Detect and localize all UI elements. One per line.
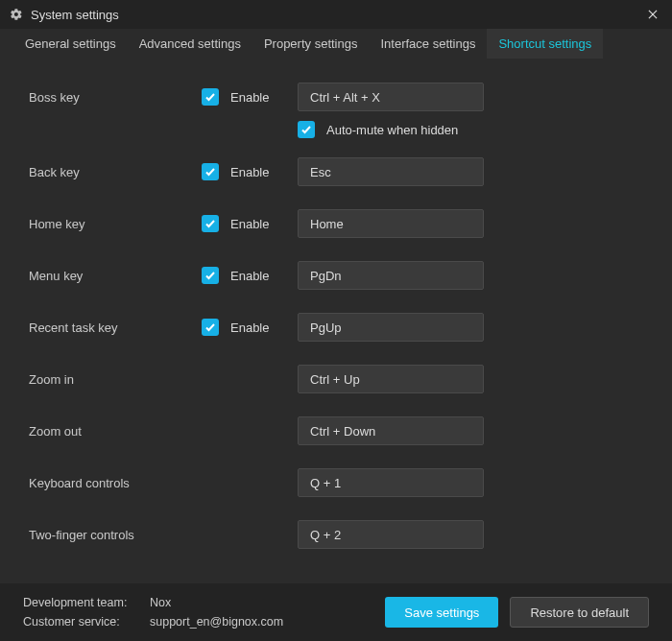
label-boss-key: Boss key (29, 90, 202, 105)
row-recent-task-key: Recent task key Enable (29, 313, 643, 342)
gear-icon (10, 8, 23, 21)
label-keyboard-controls: Keyboard controls (29, 476, 298, 490)
dev-team-value: Nox (150, 593, 171, 612)
tab-shortcut[interactable]: Shortcut settings (487, 29, 603, 59)
tab-property[interactable]: Property settings (252, 29, 370, 59)
checkbox-boss-key-enable[interactable] (202, 88, 219, 106)
row-auto-mute: Auto-mute when hidden (298, 121, 643, 138)
label-back-key: Back key (29, 165, 202, 179)
input-keyboard-controls[interactable] (298, 468, 484, 497)
enable-label: Enable (230, 320, 298, 335)
label-auto-mute: Auto-mute when hidden (326, 123, 458, 137)
label-home-key: Home key (29, 217, 202, 231)
enable-label: Enable (230, 90, 298, 105)
checkbox-back-key-enable[interactable] (202, 163, 219, 180)
label-two-finger-controls: Two-finger controls (29, 528, 298, 542)
label-menu-key: Menu key (29, 269, 202, 283)
save-button[interactable]: Save settings (385, 597, 498, 628)
enable-label: Enable (230, 217, 298, 231)
customer-service-label: Customer service: (23, 612, 136, 631)
row-keyboard-controls: Keyboard controls (29, 468, 643, 497)
label-zoom-in: Zoom in (29, 372, 298, 387)
input-recent-task-key[interactable] (298, 313, 484, 342)
input-menu-key[interactable] (298, 261, 484, 290)
row-menu-key: Menu key Enable (29, 261, 643, 290)
checkbox-menu-key-enable[interactable] (202, 267, 219, 284)
tab-general[interactable]: General settings (13, 29, 128, 59)
enable-label: Enable (230, 269, 298, 283)
label-zoom-out: Zoom out (29, 424, 298, 439)
row-zoom-out: Zoom out (29, 416, 643, 445)
customer-service-value: support_en@bignox.com (150, 612, 283, 631)
row-home-key: Home key Enable (29, 209, 643, 238)
dev-team-label: Development team: (23, 593, 136, 612)
row-two-finger-controls: Two-finger controls (29, 520, 643, 549)
footer-info: Development team: Nox Customer service: … (23, 593, 373, 631)
tabs: General settings Advanced settings Prope… (0, 29, 672, 59)
footer: Development team: Nox Customer service: … (0, 583, 672, 641)
label-recent-task-key: Recent task key (29, 320, 202, 335)
input-zoom-in[interactable] (298, 365, 484, 393)
close-icon[interactable] (643, 5, 662, 24)
content-area: Boss key Enable Auto-mute when hidden Ba… (0, 59, 672, 582)
checkbox-home-key-enable[interactable] (202, 215, 219, 232)
titlebar: System settings (0, 0, 672, 29)
window-title: System settings (31, 8, 643, 22)
row-back-key: Back key Enable (29, 157, 643, 186)
checkbox-recent-task-key-enable[interactable] (202, 319, 219, 336)
checkbox-auto-mute[interactable] (298, 121, 315, 138)
tab-interface[interactable]: Interface settings (369, 29, 487, 59)
row-boss-key: Boss key Enable (29, 83, 643, 111)
restore-default-button[interactable]: Restore to default (510, 597, 649, 628)
input-home-key[interactable] (298, 209, 484, 238)
enable-label: Enable (230, 165, 298, 179)
tab-advanced[interactable]: Advanced settings (128, 29, 252, 59)
input-back-key[interactable] (298, 157, 484, 186)
input-zoom-out[interactable] (298, 416, 484, 445)
input-two-finger-controls[interactable] (298, 520, 484, 549)
input-boss-key[interactable] (298, 83, 484, 111)
row-zoom-in: Zoom in (29, 365, 643, 393)
